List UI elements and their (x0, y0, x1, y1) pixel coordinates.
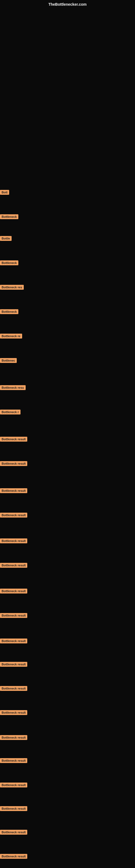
bottleneck-result-badge[interactable]: Bottleneck result (0, 782, 27, 787)
bottleneck-result-badge[interactable]: Bottleneck result (0, 437, 27, 442)
bottleneck-result-badge[interactable]: Bottleneck result (0, 854, 27, 859)
bottleneck-result-badge[interactable]: Bottleneck (0, 260, 18, 265)
bottleneck-result-badge[interactable]: Bottleneck result (0, 639, 27, 643)
site-title: TheBottlenecker.com (48, 2, 87, 6)
bottleneck-result-badge[interactable]: Bottleneck r (0, 410, 20, 414)
bottleneck-result-badge[interactable]: Bottleneck result (0, 710, 27, 715)
bottleneck-result-badge[interactable]: Bottleneck result (0, 563, 27, 568)
bottleneck-result-badge[interactable]: Bottleneck result (0, 830, 27, 835)
bottleneck-result-badge[interactable]: Bottleneck result (0, 461, 27, 466)
bottleneck-result-badge[interactable]: Bott (0, 190, 9, 195)
bottleneck-result-badge[interactable]: Bottleneck result (0, 758, 27, 763)
bottleneck-result-badge[interactable]: Bottleneck result (0, 662, 27, 667)
bottleneck-result-badge[interactable]: Bottleneck res (0, 285, 24, 290)
bottleneck-result-badge[interactable]: Bottleneck result (0, 538, 27, 543)
bottleneck-result-badge[interactable]: Bottleneck result (0, 806, 27, 811)
bottleneck-result-badge[interactable]: Bottleneck result (0, 488, 27, 493)
bottleneck-result-badge[interactable]: Bottle (0, 236, 12, 241)
bottleneck-result-badge[interactable]: Bottleneck result (0, 513, 27, 518)
bottleneck-result-badge[interactable]: Bottlenec (0, 358, 17, 363)
bottleneck-result-badge[interactable]: Bottleneck result (0, 735, 27, 740)
bottleneck-result-badge[interactable]: Bottleneck (0, 309, 18, 314)
bottleneck-result-badge[interactable]: Bottleneck (0, 214, 18, 219)
bottleneck-result-badge[interactable]: Bottleneck result (0, 613, 27, 618)
bottleneck-result-badge[interactable]: Bottleneck result (0, 589, 27, 593)
bottleneck-result-badge[interactable]: Bottleneck re (0, 334, 22, 339)
bottleneck-result-badge[interactable]: Bottleneck resu (0, 385, 26, 390)
bottleneck-result-badge[interactable]: Bottleneck result (0, 686, 27, 691)
